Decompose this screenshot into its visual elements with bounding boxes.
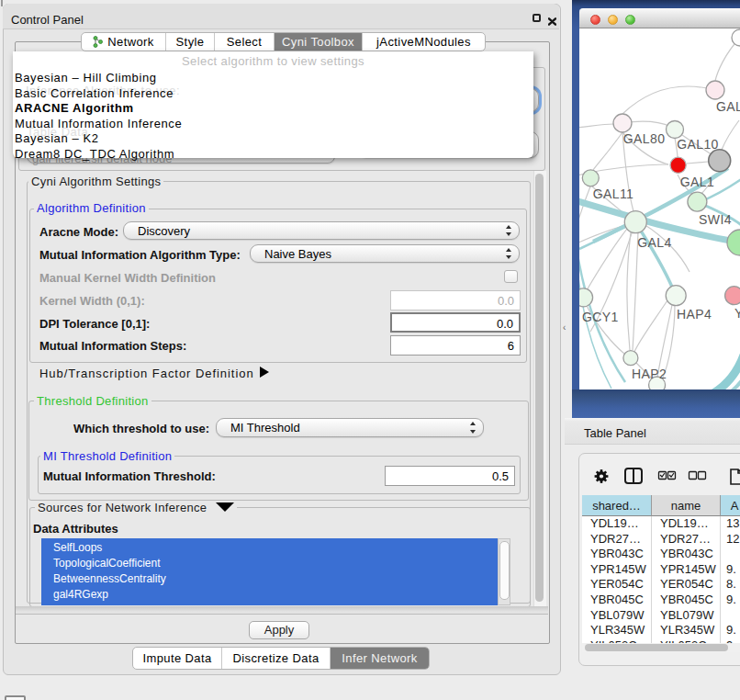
svg-text:HAP4: HAP4 [677, 307, 712, 322]
svg-text:GAL7: GAL7 [716, 99, 740, 114]
svg-text:Y: Y [734, 306, 740, 321]
svg-text:GAL11: GAL11 [593, 186, 634, 201]
svg-text:GAL80: GAL80 [623, 131, 666, 146]
svg-text:GAL4: GAL4 [637, 235, 671, 250]
svg-text:GAL1: GAL1 [680, 175, 714, 189]
svg-text:GCY1: GCY1 [582, 310, 619, 324]
svg-text:SWI4: SWI4 [699, 212, 732, 227]
svg-text:HAP2: HAP2 [632, 367, 667, 381]
svg-text:GAL10: GAL10 [677, 137, 719, 152]
